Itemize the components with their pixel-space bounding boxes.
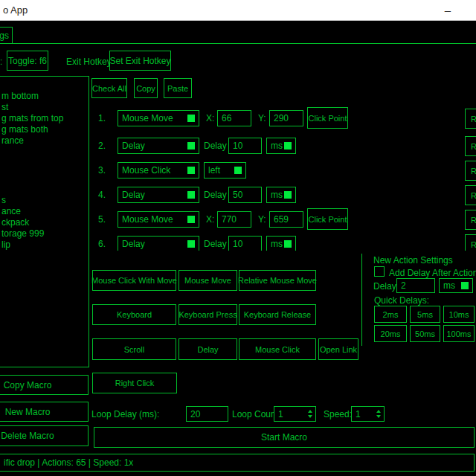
palette-keyboard-release-button[interactable]: Keyboard Release: [239, 304, 316, 325]
copy-button[interactable]: Copy: [134, 78, 158, 98]
delay-value-input[interactable]: [228, 187, 262, 203]
action-type-dropdown[interactable]: Delay: [118, 138, 199, 154]
add-delay-checkbox[interactable]: [374, 266, 385, 277]
palette-right-click-button[interactable]: Right Click: [92, 373, 177, 393]
check-all-button[interactable]: Check All: [91, 78, 127, 98]
speed-stepper[interactable]: 1: [351, 406, 385, 422]
paste-button[interactable]: Paste: [164, 78, 192, 98]
spinner-up-icon[interactable]: [376, 410, 381, 413]
quick-delay-5ms-button[interactable]: 5ms: [410, 306, 440, 323]
settings-delay-unit-dropdown[interactable]: ms: [439, 278, 473, 293]
palette-delay-button[interactable]: Delay: [178, 338, 237, 360]
palette-keyboard-press-button[interactable]: Keyboard Press: [178, 304, 237, 325]
palette-button-label: Keyboard: [117, 310, 152, 319]
window-title: o App: [3, 4, 28, 16]
delay-unit-dropdown[interactable]: ms: [266, 236, 296, 251]
action-type-dropdown[interactable]: Delay: [118, 236, 199, 251]
palette-button-label: Mouse Click: [255, 345, 300, 354]
spinner-up-icon[interactable]: [308, 410, 312, 413]
palette-mouse-click-button[interactable]: Mouse Click: [239, 338, 316, 360]
action-row-number: 4.: [98, 190, 106, 200]
quick-delay-10ms-button[interactable]: 10ms: [443, 306, 475, 323]
delay-unit-value: ms: [271, 190, 283, 200]
set-exit-hotkey-label: Set Exit Hotkey: [109, 56, 170, 66]
tab-settings[interactable]: gs: [0, 27, 13, 44]
quick-delay-100ms-button[interactable]: 100ms: [443, 325, 475, 342]
palette-button-label: Keyboard Release: [244, 310, 312, 319]
macro-list-item[interactable]: m bottom: [1, 91, 39, 101]
spinner-arrows[interactable]: [376, 410, 381, 418]
remove-action-button[interactable]: R: [465, 234, 476, 251]
delay-value-input[interactable]: [228, 138, 262, 154]
action-type-dropdown[interactable]: Mouse Click: [118, 162, 199, 178]
action-type-dropdown[interactable]: Delay: [118, 187, 199, 203]
add-delay-label: Add Delay After Action: [389, 268, 476, 278]
action-type-dropdown[interactable]: Mouse Move: [118, 211, 199, 228]
remove-action-button[interactable]: R: [465, 210, 476, 230]
action-type-dropdown[interactable]: Mouse Move: [118, 110, 199, 126]
settings-delay-input[interactable]: [396, 278, 435, 293]
dropdown-square-icon: [284, 142, 292, 149]
remove-action-button[interactable]: R: [465, 161, 476, 181]
mouse-button-dropdown[interactable]: left: [204, 162, 246, 178]
spinner-down-icon[interactable]: [376, 415, 381, 418]
palette-open-link-button[interactable]: Open Link: [318, 338, 358, 360]
x-coordinate-input[interactable]: [217, 211, 251, 228]
click-point-button[interactable]: Click Point: [307, 107, 348, 129]
palette-button-label: Mouse Click With Move: [91, 276, 177, 285]
action-type-value: Delay: [122, 141, 145, 151]
palette-keyboard-button[interactable]: Keyboard: [92, 304, 176, 325]
y-coordinate-input[interactable]: [269, 211, 303, 228]
delay-value-input[interactable]: [228, 236, 262, 251]
palette-mouse-click-with-move-button[interactable]: Mouse Click With Move: [92, 270, 176, 291]
macro-app-window: o App – gs : Toggle: f6 Exit Hotkey: Set…: [0, 0, 476, 476]
y-coordinate-input[interactable]: [269, 110, 303, 126]
loop-delay-label: Loop Delay (ms):: [91, 409, 159, 419]
action-rows-list: 1. Mouse Move X: Y: Click Point R 2. Del…: [0, 104, 476, 251]
action-type-value: Delay: [122, 190, 145, 200]
dropdown-square-icon: [461, 282, 469, 289]
action-row-number: 1.: [98, 113, 106, 123]
loop-count-value: 1: [278, 409, 283, 419]
toggle-hotkey-label: Toggle: f6: [8, 56, 47, 66]
dropdown-square-icon: [234, 167, 242, 174]
delay-unit-dropdown[interactable]: ms: [266, 138, 296, 154]
set-exit-hotkey-button[interactable]: Set Exit Hotkey: [109, 51, 171, 71]
spinner-down-icon[interactable]: [308, 415, 312, 418]
palette-button-label: Keyboard Press: [178, 310, 237, 319]
copy-macro-button[interactable]: Copy Macro: [0, 375, 89, 395]
start-macro-button[interactable]: Start Macro: [94, 427, 475, 448]
quick-delay-50ms-button[interactable]: 50ms: [410, 325, 440, 342]
loop-count-stepper[interactable]: 1: [274, 406, 316, 422]
palette-relative-mouse-move-button[interactable]: Relative Mouse Move: [239, 270, 316, 291]
click-point-label: Click Point: [309, 114, 347, 123]
action-type-value: Delay: [122, 239, 145, 249]
spinner-arrows[interactable]: [308, 410, 312, 418]
speed-label: Speed:: [324, 409, 352, 419]
quick-delay-20ms-button[interactable]: 20ms: [374, 325, 407, 342]
minimize-button[interactable]: –: [430, 0, 466, 20]
delay-unit-dropdown[interactable]: ms: [266, 187, 296, 203]
loop-delay-input[interactable]: [186, 406, 228, 422]
copy-macro-label: Copy Macro: [4, 380, 52, 390]
x-coordinate-input[interactable]: [217, 110, 251, 126]
click-point-button[interactable]: Click Point: [307, 208, 348, 230]
remove-action-button[interactable]: R: [465, 185, 476, 205]
toggle-hotkey-button[interactable]: Toggle: f6: [7, 51, 48, 71]
hotkey-label-fragment: :: [0, 57, 2, 67]
x-label: X:: [206, 113, 214, 123]
palette-scroll-button[interactable]: Scroll: [92, 338, 176, 360]
delete-macro-button[interactable]: Delete Macro: [0, 425, 89, 446]
remove-label: R: [471, 240, 476, 249]
delay-unit-value: ms: [271, 239, 283, 249]
delay-label: Delay: [204, 239, 227, 249]
new-action-settings-title: New Action Settings: [373, 255, 453, 266]
action-row-number: 5.: [98, 214, 106, 225]
quick-delay-2ms-button[interactable]: 2ms: [374, 306, 407, 323]
palette-button-label: Mouse Move: [184, 276, 231, 285]
settings-delay-label: Delay:: [373, 281, 399, 292]
palette-mouse-move-button[interactable]: Mouse Move: [178, 270, 237, 291]
remove-action-button[interactable]: R: [465, 136, 476, 156]
remove-action-button[interactable]: R: [465, 109, 476, 129]
new-macro-button[interactable]: New Macro: [0, 402, 89, 422]
